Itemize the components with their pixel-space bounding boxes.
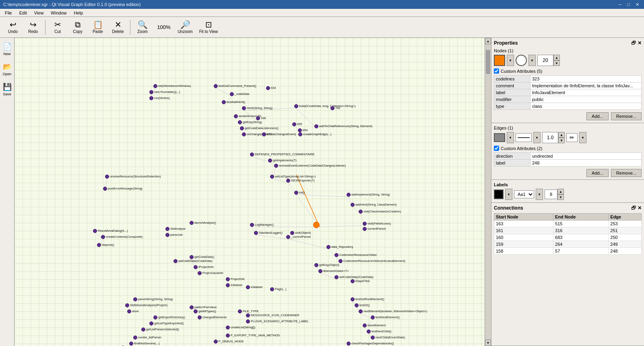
zoom-level-button[interactable]: 100% [153,19,175,36]
graph-node[interactable] [194,265,198,269]
graph-node[interactable] [234,114,238,118]
minimize-button[interactable]: ─ [617,2,623,7]
graph-node[interactable] [240,126,244,130]
graph-node[interactable] [93,229,97,233]
graph-node[interactable] [294,191,298,195]
fit-to-view-button[interactable]: ⊡ Fit to View [196,19,221,36]
redo-button[interactable]: ↪ Redo [23,19,43,36]
properties-float-button[interactable]: 🗗 [631,40,636,46]
graph-node[interactable] [318,269,322,273]
graph-node[interactable] [238,120,242,124]
graph-node[interactable] [103,187,107,191]
graph-node[interactable] [165,233,169,237]
graph-node[interactable] [127,309,131,313]
zoom-button[interactable]: 🔍 Zoom [133,19,152,36]
graph-node[interactable] [363,323,367,327]
node-size-input[interactable] [537,55,553,66]
edge-size-input[interactable] [542,132,558,143]
undo-button[interactable]: ↩ Undo [3,19,23,36]
menu-help[interactable]: Help [70,10,86,16]
edge-arrow-button[interactable]: ✏ [566,133,578,142]
graph-node[interactable] [274,164,278,168]
graph-node[interactable] [153,84,157,88]
graph-node[interactable] [133,297,137,301]
node-add-attr-button[interactable]: Add... [586,112,609,120]
connection-row[interactable]: 160683250 [494,234,642,241]
graph-node[interactable] [298,128,302,132]
graph-node[interactable] [129,342,133,346]
graph-node[interactable] [226,334,230,338]
new-button[interactable]: 📄 New [1,39,14,59]
edge-size-down[interactable]: ▼ [558,138,565,143]
graph-node[interactable] [326,245,330,249]
node-size-up[interactable]: ▲ [553,55,560,60]
scroll-thumb-vertical[interactable] [486,50,490,74]
menu-window[interactable]: Window [47,10,70,16]
connection-row[interactable]: 15857248 [494,248,642,255]
menu-file[interactable]: File [2,10,15,16]
graph-node[interactable] [290,231,294,235]
edge-remove-attr-button[interactable]: Remove... [611,169,642,177]
graph-node[interactable] [294,104,298,108]
delete-button[interactable]: ✕ Delete [108,19,128,36]
properties-close-button[interactable]: ✕ [638,40,642,46]
node-remove-attr-button[interactable]: Remove... [611,112,642,120]
graph-node[interactable] [262,132,266,136]
copy-button[interactable]: ⧉ Copy [68,19,87,36]
graph-node[interactable] [363,227,367,231]
graph-node[interactable] [230,92,234,96]
connection-row[interactable]: 159264249 [494,241,642,248]
edge-color-dropdown[interactable]: ▼ [507,132,514,143]
graph-node[interactable] [149,321,153,325]
graph-node[interactable] [173,259,178,263]
scroll-up-button[interactable]: ▲ [485,38,491,44]
connections-close-button[interactable]: ✕ [638,205,642,211]
edge-arrow-dropdown[interactable]: ▼ [579,132,586,143]
graph-node[interactable] [334,253,339,257]
graph-node[interactable] [347,342,351,346]
graph-node[interactable] [286,179,290,183]
graph-node[interactable] [165,227,169,231]
label-font-select[interactable]: Aa1 Aa2 Aa3 [514,190,534,198]
graph-node[interactable] [125,303,129,307]
graph-node[interactable] [359,210,363,214]
graph-node[interactable] [334,275,339,279]
graph-node[interactable] [367,330,371,334]
cut-button[interactable]: ✂ Cut [48,19,67,36]
label-size-up[interactable]: ▲ [557,189,564,194]
node-shape-dropdown[interactable]: ▼ [528,55,536,66]
graph-node[interactable] [298,132,302,136]
graph-node[interactable] [242,132,246,136]
label-size-input[interactable] [545,189,557,199]
graph-node[interactable] [226,283,230,287]
save-button[interactable]: 💾 Save [1,80,14,99]
edge-line-dropdown[interactable]: ▼ [533,132,541,143]
graph-node[interactable] [270,287,274,291]
graph-node[interactable] [268,159,272,163]
graph-node[interactable] [214,340,218,344]
graph-node[interactable] [101,235,105,239]
graph-node[interactable] [226,277,230,281]
graph-node[interactable] [286,235,290,239]
edge-size-up[interactable]: ▲ [558,132,565,138]
close-button[interactable]: ✕ [634,2,641,7]
graph-node[interactable] [351,279,355,283]
graph-node[interactable] [246,313,250,317]
graph-vertical-scrollbar[interactable]: ▲ ▼ [485,38,491,346]
graph-node[interactable] [359,309,363,313]
graph-node[interactable] [153,315,157,319]
graph-node[interactable] [190,255,194,259]
graph-node[interactable] [256,116,260,120]
graph-node[interactable] [226,325,230,330]
graph-node[interactable] [250,223,254,227]
label-color-button[interactable] [494,189,504,199]
node-shape-button[interactable] [516,55,527,66]
graph-node[interactable] [238,309,242,313]
graph-node[interactable] [313,222,320,228]
graph-canvas[interactable]: testGetCommand_Present()_codeDatatestAdd… [14,38,491,346]
graph-node[interactable] [250,152,254,157]
graph-node[interactable] [314,124,318,128]
graph-node[interactable] [141,327,145,332]
graph-node[interactable] [198,315,202,319]
graph-node[interactable] [246,285,250,289]
